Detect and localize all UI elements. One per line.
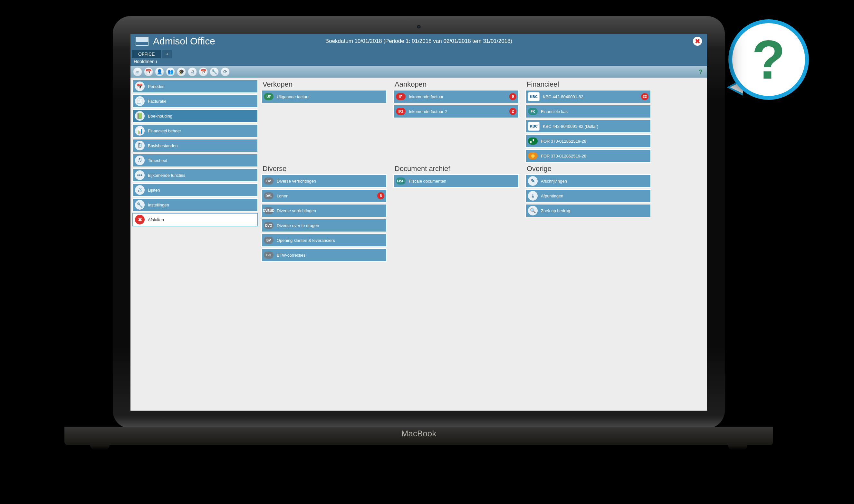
card-diverse-4[interactable]: BVOpening klanten & leveranciers [261, 233, 387, 247]
card-label: Zoek op bedrag [541, 209, 570, 213]
card-label: Afschrijvingen [541, 179, 567, 183]
card-verkopen-0[interactable]: UFUitgaande factuur [261, 90, 387, 103]
sidebar-item-periodes[interactable]: 📅Periodes [132, 79, 258, 93]
sidebar-item-facturatie[interactable]: 🧾Facturatie [132, 94, 258, 108]
toolbar-button-1[interactable]: 📅 [144, 67, 153, 76]
card-aankopen-1[interactable]: IF2Inkomende factuur 22 [393, 105, 519, 118]
section-title-overige: Overige [527, 165, 651, 173]
toolbar-button-2[interactable]: 👤 [155, 67, 164, 76]
card-label: KBC 442-8040091-82 [543, 94, 583, 99]
card-label: Fiscale documenten [409, 179, 446, 183]
sidebar-item-afsluiten[interactable]: ✖Afsluiten [132, 213, 258, 227]
toolbar-button-0[interactable]: ≡ [133, 67, 142, 76]
help-bubble[interactable]: ? [728, 19, 809, 100]
sidebar-item-label: Afsluiten [148, 217, 164, 222]
tab-office[interactable]: OFFICE [132, 50, 161, 58]
•••-icon: ••• [135, 170, 145, 180]
🖨-icon: 🖨 [135, 185, 145, 195]
section-title-aankopen: Aankopen [395, 80, 519, 89]
toolbar-button-8[interactable]: ⟳ [221, 67, 230, 76]
macbook-label: MacBook [402, 429, 436, 438]
card-chip-icon: DVO [264, 222, 273, 229]
card-label: Inkomende factuur 2 [409, 109, 447, 114]
card-overige-0[interactable]: ✎Afschrijvingen [526, 174, 651, 188]
card-chip-icon: IF [396, 93, 406, 100]
card-chip-icon: UF [264, 93, 273, 100]
tab-office-label: OFFICE [138, 52, 155, 57]
tab-add-button[interactable]: ＋ [162, 50, 172, 58]
breadcrumb-text: Hoofdmenu [134, 59, 157, 64]
sidebar-item-boekhouding[interactable]: 📗Boekhouding [132, 109, 258, 123]
card-label: Inkomende factuur [409, 94, 444, 99]
sidebar-item-basisbestanden[interactable]: 🗄Basisbestanden [132, 139, 258, 152]
card-financieel-1[interactable]: FKFinanciële kas [526, 105, 651, 118]
card-docarchief-0[interactable]: FISCFiscale documenten [393, 174, 519, 188]
sidebar-item-financieel-beheer[interactable]: 📊Financieel beheer [132, 124, 258, 138]
card-overige-2[interactable]: 🔍Zoek op bedrag [526, 204, 651, 217]
card-label: Diverse verrichtingen [277, 179, 316, 183]
card-chip-icon: DV1 [264, 192, 273, 199]
card-overige-1[interactable]: ⤓Afpuntingen [526, 189, 651, 202]
card-label: Financiële kas [541, 109, 568, 114]
section-title-docarchief: Document archief [395, 165, 519, 173]
content-grid: VerkopenUFUitgaande factuurDiverseDVDive… [261, 79, 705, 263]
card-diverse-5[interactable]: BCBTW-correcties [261, 248, 387, 262]
app-screen: Admisol Office Boekdatum 10/01/2018 (Per… [130, 34, 707, 411]
card-label: Afpuntingen [541, 194, 563, 198]
card-financieel-0[interactable]: KBCKBC 442-8040091-8222 [526, 90, 651, 103]
toolbar-button-4[interactable]: 🎓 [177, 67, 186, 76]
card-chip-icon: BV [264, 237, 273, 244]
sidebar-item-label: Timesheet [148, 158, 167, 163]
card-financieel-2[interactable]: KBCKBC 442-8040091-82 (Dollar) [526, 120, 651, 133]
card-badge: 6 [377, 192, 384, 199]
sidebar-item-label: Boekhouding [148, 114, 172, 119]
card-aankopen-0[interactable]: IFInkomende factuur9 [393, 90, 519, 103]
card-diverse-0[interactable]: DVDiverse verrichtingen [261, 174, 387, 188]
toolbar-button-7[interactable]: 🔧 [210, 67, 219, 76]
section-title-diverse: Diverse [263, 165, 387, 173]
sidebar-item-label: Basisbestanden [148, 143, 178, 148]
🔧-icon: 🔧 [135, 200, 145, 210]
card-financieel-3[interactable]: ▖▘FOR 370-012862519-28 [526, 134, 651, 148]
sidebar-item-label: Financieel beheer [148, 128, 181, 133]
app-close-button[interactable]: ✖ [693, 37, 702, 46]
laptop-lid: Admisol Office Boekdatum 10/01/2018 (Per… [113, 16, 725, 428]
toolbar-help-button[interactable]: ? [697, 67, 705, 76]
card-chip-icon: 🪙 [528, 152, 538, 159]
card-chip-icon: DVBUD [264, 207, 273, 214]
card-label: FOR 370-012862519-28 [541, 139, 586, 144]
card-chip-icon: DV [264, 177, 273, 184]
sidebar-item-label: Periodes [148, 84, 164, 89]
card-label: Diverse over te dragen [277, 223, 319, 228]
📊-icon: 📊 [135, 126, 145, 136]
sidebar-item-label: Facturatie [148, 99, 166, 104]
sidebar: 📅Periodes🧾Facturatie📗Boekhouding📊Financi… [132, 79, 258, 263]
📗-icon: 📗 [135, 111, 145, 121]
⏱-icon: ⏱ [135, 156, 145, 165]
toolbar-button-6[interactable]: 📅 [199, 67, 208, 76]
workspace: 📅Periodes🧾Facturatie📗Boekhouding📊Financi… [130, 78, 707, 265]
laptop-camera [417, 25, 421, 29]
laptop-frame: Admisol Office Boekdatum 10/01/2018 (Per… [113, 16, 725, 445]
sidebar-item-timesheet[interactable]: ⏱Timesheet [132, 154, 258, 167]
card-label: Opening klanten & leveranciers [277, 238, 335, 243]
card-chip-icon: IF2 [396, 108, 406, 115]
card-diverse-1[interactable]: DV1Lonen6 [261, 189, 387, 202]
sidebar-item-instellingen[interactable]: 🔧Instellingen [132, 198, 258, 212]
section-title-financieel: Financieel [527, 80, 651, 89]
toolbar-button-5[interactable]: 🖨 [188, 67, 197, 76]
card-diverse-2[interactable]: DVBUDDiverse verrichtingen [261, 204, 387, 217]
sidebar-item-label: Instellingen [148, 202, 169, 208]
toolbar-button-3[interactable]: 👥 [166, 67, 175, 76]
card-diverse-3[interactable]: DVODiverse over te dragen [261, 219, 387, 232]
app-title-bar: Admisol Office Boekdatum 10/01/2018 (Per… [130, 34, 707, 49]
card-chip-icon: KBC [528, 122, 539, 131]
sidebar-item-lijsten[interactable]: 🖨Lijsten [132, 183, 258, 197]
card-chip-icon: FK [528, 108, 538, 115]
card-label: Diverse verrichtingen [277, 209, 316, 213]
sidebar-item-bijkomende-functies[interactable]: •••Bijkomende functies [132, 168, 258, 182]
card-label: BTW-correcties [277, 253, 305, 258]
card-financieel-4[interactable]: 🪙FOR 370-012862519-28 [526, 149, 651, 163]
✖-icon: ✖ [135, 215, 145, 224]
app-logo-icon [136, 37, 148, 46]
